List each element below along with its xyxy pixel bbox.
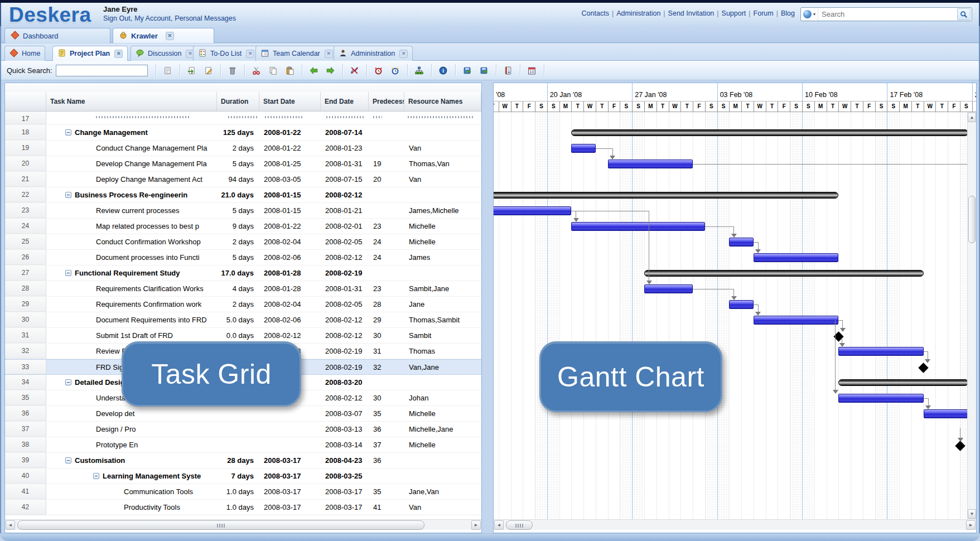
collapse-icon[interactable] — [65, 457, 71, 463]
hierarchy-button[interactable] — [412, 63, 427, 78]
panel-splitter[interactable] — [482, 83, 493, 533]
task-bar-row-29[interactable] — [729, 300, 754, 309]
user-link[interactable]: Sign Out, — [103, 15, 132, 22]
grid-horizontal-scrollbar[interactable]: ◄► — [5, 519, 481, 530]
task-row-37[interactable]: 37Design / Pro2008-03-1336Michelle,Jane — [5, 422, 481, 437]
search-scope-dropdown[interactable]: ▾ — [801, 8, 818, 21]
outdent-button[interactable] — [307, 63, 321, 78]
task-row-42[interactable]: 42Productivity Tools1.0 days2008-03-1720… — [5, 500, 481, 515]
summary-bar-row-34[interactable] — [838, 379, 967, 386]
task-row-27[interactable]: 27Functional Requirement Study17.0 days2… — [5, 265, 481, 281]
nav-link-support[interactable]: Support — [722, 9, 746, 17]
scroll-down-button[interactable]: ▼ — [968, 509, 976, 519]
task-row-23[interactable]: 23Review current processes5 days2008-01-… — [5, 203, 481, 219]
task-row-41[interactable]: 41Communication Tools1.0 days2008-03-172… — [5, 484, 481, 500]
indent-button[interactable] — [324, 63, 338, 78]
document-import-button[interactable] — [185, 63, 199, 78]
close-icon[interactable]: ✕ — [246, 50, 254, 58]
gantt-horizontal-scrollbar[interactable]: ◄► — [494, 519, 976, 530]
tab-home[interactable]: Home — [4, 46, 45, 61]
user-link[interactable]: My Account, — [134, 15, 172, 22]
task-bar-row-28[interactable] — [644, 284, 693, 293]
task-row-26[interactable]: 26Document processes into Functi5 days20… — [5, 250, 481, 265]
task-row-17[interactable]: 17 — [5, 112, 481, 125]
nav-link-send-invitation[interactable]: Send Invitation — [668, 9, 715, 17]
alarm-blue-button[interactable] — [388, 63, 403, 78]
cut-button[interactable] — [249, 63, 264, 78]
milestone-diamond[interactable] — [919, 363, 929, 373]
close-icon[interactable]: ✕ — [114, 50, 123, 58]
tab-team-calendar[interactable]: Team Calendar✕ — [255, 46, 338, 61]
info-button[interactable]: i — [436, 63, 451, 78]
chart-remove-button[interactable] — [347, 63, 362, 78]
column-header-pred[interactable]: Predecessors — [369, 92, 404, 111]
tab-to-do-list[interactable]: To-Do List✕ — [193, 46, 259, 61]
document-edit-button[interactable] — [201, 63, 216, 78]
scrollbar-thumb[interactable] — [17, 520, 424, 530]
tab-administration[interactable]: Administration✕ — [334, 46, 413, 61]
scroll-up-button[interactable]: ▲ — [968, 113, 976, 122]
task-note-button[interactable] — [161, 63, 175, 78]
task-row-21[interactable]: 21Deploy Change Management Act94 days200… — [5, 172, 481, 187]
task-row-29[interactable]: 29Requirements Confirmation work2 days20… — [5, 297, 481, 312]
alarm-red-button[interactable] — [371, 63, 386, 78]
task-row-40[interactable]: 40Learning Management Syste7 days2008-03… — [5, 468, 481, 484]
task-row-18[interactable]: 18Change Management125 days2008-01-22200… — [5, 125, 481, 141]
user-link[interactable]: Personal Messages — [175, 15, 236, 22]
task-bar-row-23[interactable] — [494, 206, 571, 215]
column-header-duration[interactable]: Duration — [217, 92, 259, 111]
calendar-button[interactable]: 10 — [525, 63, 539, 78]
scroll-left-button[interactable]: ◄ — [494, 520, 504, 530]
summary-bar-row-27[interactable] — [644, 270, 924, 277]
scrollbar-thumb[interactable] — [968, 196, 976, 243]
task-bar-row-19[interactable] — [571, 144, 596, 153]
tab-project-plan[interactable]: Project Plan✕ — [52, 46, 128, 61]
column-header-res[interactable]: Resource Names — [404, 92, 481, 111]
nav-link-forum[interactable]: Forum — [754, 9, 774, 17]
close-icon[interactable]: ✕ — [399, 50, 408, 58]
task-bar-row-25[interactable] — [729, 238, 754, 247]
task-row-39[interactable]: 39Customisation28 days2008-03-172008-04-… — [5, 453, 481, 468]
global-search-box[interactable]: ▾ — [800, 7, 972, 21]
scrollbar-thumb[interactable] — [506, 520, 533, 530]
task-bar-row-24[interactable] — [571, 222, 704, 231]
paste-button[interactable] — [283, 63, 297, 78]
window-tab-krawler[interactable]: Krawler✕ — [113, 28, 214, 43]
column-header-name[interactable]: Task Name — [46, 92, 217, 111]
task-bar-row-32[interactable] — [838, 347, 923, 356]
column-header-start[interactable]: Start Date — [259, 92, 321, 111]
task-bar-row-20[interactable] — [608, 160, 693, 168]
delete-button[interactable] — [225, 63, 240, 78]
summary-bar-row-22[interactable] — [494, 192, 838, 199]
task-bar-row-26[interactable] — [754, 253, 838, 262]
task-row-25[interactable]: 25Conduct Confirmation Workshop2 days200… — [5, 234, 481, 250]
copy-button[interactable] — [266, 63, 281, 78]
window-tab-dashboard[interactable]: Dashboard — [4, 28, 110, 43]
task-row-22[interactable]: 22Business Process Re-engineerin21.0 day… — [5, 187, 481, 203]
quick-search-input[interactable] — [56, 65, 148, 76]
column-header-end[interactable]: End Date — [321, 92, 369, 111]
scroll-right-button[interactable]: ► — [966, 520, 976, 530]
task-bar-row-30[interactable] — [754, 316, 838, 325]
collapse-icon[interactable] — [65, 129, 71, 136]
close-icon[interactable]: ✕ — [325, 50, 333, 58]
nav-link-administration[interactable]: Administration — [616, 9, 660, 17]
scroll-right-button[interactable]: ► — [471, 520, 481, 530]
file-import-button[interactable] — [460, 63, 475, 78]
collapse-icon[interactable] — [65, 379, 71, 385]
task-bar-row-36[interactable] — [924, 409, 967, 418]
nav-link-contacts[interactable]: Contacts — [582, 9, 609, 17]
scroll-left-button[interactable]: ◄ — [6, 520, 15, 530]
summary-bar-row-18[interactable] — [571, 129, 967, 136]
collapse-icon[interactable] — [65, 192, 71, 198]
collapse-icon[interactable] — [65, 270, 71, 276]
tab-discussion[interactable]: Discussion✕ — [131, 46, 199, 61]
task-row-19[interactable]: 19Conduct Change Management Pla2 days200… — [5, 141, 481, 156]
task-row-28[interactable]: 28Requirements Clarification Works4 days… — [5, 281, 481, 297]
gantt-vertical-scrollbar[interactable]: ▲▼ — [967, 112, 976, 519]
search-input[interactable] — [818, 10, 957, 18]
search-button[interactable] — [957, 8, 971, 20]
notebook-button[interactable] — [501, 63, 515, 78]
task-row-30[interactable]: 30Document Requirements into FRD5.0 days… — [5, 312, 481, 328]
task-row-24[interactable]: 24Map related processes to best p9 days2… — [5, 219, 481, 234]
